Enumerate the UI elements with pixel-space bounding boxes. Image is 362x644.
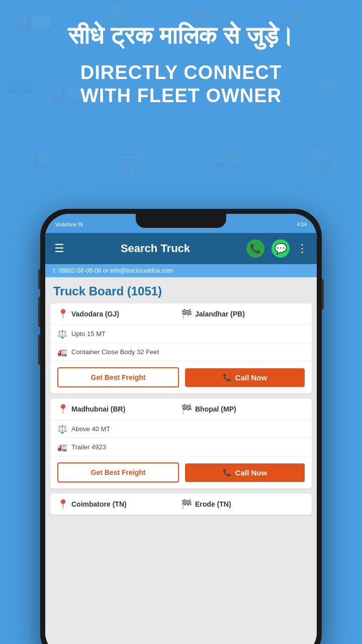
time-text: 4:04 — [297, 222, 307, 227]
app-bar-actions: 📞 💬 ⋮ — [246, 239, 308, 258]
silent-button — [38, 335, 40, 365]
to-location-icon-3: 🏁 — [181, 499, 192, 510]
to-location-3: 🏁 Erode (TN) — [181, 499, 305, 510]
call-now-label-1: Call Now — [235, 373, 267, 382]
weight-text-2: Above 40 MT — [71, 425, 110, 433]
vehicle-type-text: Container Close Body 32 Feet — [71, 348, 159, 356]
card-2-vehicle: 🚛 Trailer 4923 — [50, 438, 312, 456]
truck-card-1: 📍 Vadodara (GJ) 🏁 Jalandhar (PB) ⚖️ Upto… — [50, 303, 312, 393]
get-best-freight-button-2[interactable]: Get Best Freight — [57, 462, 179, 482]
content-area: Truck Board (1051) 📍 Vadodara (GJ) 🏁 Jal… — [45, 277, 317, 644]
card-1-locations: 📍 Vadodara (GJ) 🏁 Jalandhar (PB) — [50, 303, 312, 325]
svg-text:🏭: 🏭 — [116, 145, 150, 178]
from-city-text-2: Madhubnai (BR) — [71, 405, 125, 413]
to-location-2: 🏁 Bhopal (MP) — [181, 404, 305, 415]
board-title: Truck Board (1051) — [45, 277, 317, 303]
card-1-weight: ⚖️ Upto 15 MT — [50, 325, 312, 343]
app-title: Search Truck — [121, 242, 190, 255]
card-1-actions: Get Best Freight 📞 Call Now — [50, 361, 312, 393]
card-2-locations: 📍 Madhubnai (BR) 🏁 Bhopal (MP) — [50, 398, 312, 420]
location-pair-3: 📍 Coimbatore (TN) 🏁 Erode (TN) — [57, 499, 305, 510]
card-3-locations: 📍 Coimbatore (TN) 🏁 Erode (TN) — [50, 494, 312, 515]
volume-down-button — [38, 297, 40, 327]
phone-notch — [136, 214, 226, 228]
call-icon[interactable]: 📞 — [246, 239, 264, 258]
hero-section: सीधे ट्रक मालिक से जुड़े। DIRECTLY CONNE… — [0, 0, 362, 118]
weight-text: Upto 15 MT — [71, 330, 106, 338]
svg-text:🚛: 🚛 — [25, 142, 57, 173]
info-banner: t: 08882-08-08-08 or info@trucksuvidha.c… — [45, 264, 317, 277]
to-location: 🏁 Jalandhar (PB) — [181, 308, 305, 319]
to-city-text: Jalandhar (PB) — [195, 310, 245, 318]
phone-outer-shell: Vodafone IN 4:04 ☰ Search Truck 📞 💬 ⋮ t:… — [40, 209, 322, 644]
from-location-3: 📍 Coimbatore (TN) — [57, 499, 181, 510]
hindi-title: सीधे ट्रक मालिक से जुड़े। — [30, 20, 332, 51]
to-location-icon-2: 🏁 — [181, 404, 192, 415]
more-options-icon[interactable]: ⋮ — [297, 242, 308, 255]
card-2-actions: Get Best Freight 📞 Call Now — [50, 456, 312, 489]
from-location-icon: 📍 — [57, 308, 68, 319]
app-bar: ☰ Search Truck 📞 💬 ⋮ — [45, 233, 317, 264]
svg-text:📦: 📦 — [302, 145, 336, 178]
from-city-text: Vadodara (GJ) — [71, 310, 119, 318]
truck-card-2: 📍 Madhubnai (BR) 🏁 Bhopal (MP) ⚖️ Above … — [50, 398, 312, 489]
truck-card-3-partial: 📍 Coimbatore (TN) 🏁 Erode (TN) — [50, 494, 312, 515]
from-location-2: 📍 Madhubnai (BR) — [57, 404, 181, 415]
truck-type-icon-2: 🚛 — [57, 442, 67, 452]
power-button — [322, 279, 324, 309]
to-city-text-3: Erode (TN) — [195, 500, 231, 508]
location-pair-2: 📍 Madhubnai (BR) 🏁 Bhopal (MP) — [57, 404, 305, 415]
from-city-text-3: Coimbatore (TN) — [71, 500, 127, 508]
weight-icon-2: ⚖️ — [57, 424, 67, 434]
weight-icon: ⚖️ — [57, 329, 67, 339]
vehicle-type-text-2: Trailer 4923 — [71, 443, 106, 451]
call-now-button-2[interactable]: 📞 Call Now — [185, 463, 305, 482]
call-now-button-1[interactable]: 📞 Call Now — [185, 368, 305, 387]
to-city-text-2: Bhopal (MP) — [195, 405, 236, 413]
carrier-text: Vodafone IN — [55, 222, 83, 227]
to-location-icon: 🏁 — [181, 308, 192, 319]
location-pair: 📍 Vadodara (GJ) 🏁 Jalandhar (PB) — [57, 308, 305, 319]
card-2-weight: ⚖️ Above 40 MT — [50, 420, 312, 438]
volume-up-button — [38, 269, 40, 289]
call-now-label-2: Call Now — [235, 468, 267, 477]
whatsapp-icon[interactable]: 💬 — [272, 239, 290, 258]
english-title: DIRECTLY CONNECT WITH FLEET OWNER — [30, 61, 332, 107]
card-1-vehicle: 🚛 Container Close Body 32 Feet — [50, 343, 312, 361]
from-location: 📍 Vadodara (GJ) — [57, 308, 181, 319]
truck-type-icon: 🚛 — [57, 347, 67, 357]
phone-mockup: Vodafone IN 4:04 ☰ Search Truck 📞 💬 ⋮ t:… — [40, 209, 322, 644]
from-location-icon-2: 📍 — [57, 404, 68, 415]
phone-screen: Vodafone IN 4:04 ☰ Search Truck 📞 💬 ⋮ t:… — [45, 214, 317, 644]
call-button-phone-icon-2: 📞 — [223, 468, 231, 476]
hamburger-menu-icon[interactable]: ☰ — [54, 242, 64, 255]
from-location-icon-3: 📍 — [57, 499, 68, 510]
svg-text:🚚: 🚚 — [211, 142, 243, 173]
get-best-freight-button-1[interactable]: Get Best Freight — [57, 367, 179, 387]
call-button-phone-icon: 📞 — [223, 373, 231, 381]
